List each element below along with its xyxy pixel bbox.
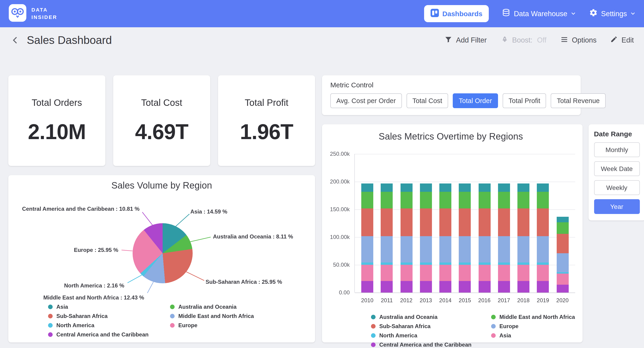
legend-dot [170, 304, 175, 309]
legend-item[interactable]: Middle East and North Africa [491, 314, 575, 320]
bar-segment [556, 216, 568, 222]
bar-segment [381, 281, 393, 292]
pie-label-central-america-and-the-caribbean: Central America and the Caribbean : 10.8… [22, 206, 140, 212]
bar-2015[interactable]: 2015 [459, 183, 471, 292]
bar-segment [556, 253, 568, 272]
legend-item[interactable]: Europe [491, 323, 575, 329]
bar-segment [381, 208, 393, 236]
bar-segment [537, 265, 549, 281]
legend-item[interactable]: North America [48, 322, 170, 328]
options-button[interactable]: Options [560, 35, 597, 45]
legend-item[interactable]: Asia [491, 332, 575, 339]
page-header: Sales Dashboard Add Filter Boost: Off [0, 27, 644, 53]
metric-button-total-profit[interactable]: Total Profit [503, 93, 546, 108]
bar-segment [361, 192, 373, 208]
gridline [355, 292, 575, 293]
kpi-value: 4.69T [135, 119, 188, 144]
date-range-monthly-button[interactable]: Monthly [594, 142, 640, 157]
legend-label: Central America and the Caribbean [56, 331, 148, 338]
legend-label: Middle East and North Africa [500, 314, 575, 320]
legend-label: Sub-Saharan Africa [56, 313, 108, 319]
y-tick-label: 50.00k [333, 262, 350, 268]
legend-dot [48, 323, 53, 328]
bar-segment [478, 183, 490, 192]
legend-item[interactable]: Australia and Oceania [371, 314, 491, 320]
bar-legend-col1: Australia and Oceania Sub-Saharan Africa… [371, 314, 491, 348]
bar-segment [361, 208, 373, 236]
legend-item[interactable]: Sub-Saharan Africa [371, 323, 491, 329]
legend-dot [371, 315, 376, 319]
legend-item[interactable]: North America [371, 332, 491, 339]
bar-2019[interactable]: 2019 [537, 183, 549, 292]
nav-settings[interactable]: Settings [589, 8, 636, 19]
legend-dot [170, 323, 175, 328]
bar-segment [556, 222, 568, 234]
legend-label: Middle East and North Africa [178, 313, 254, 319]
bar-2020[interactable]: 2020 [556, 216, 568, 292]
bar-2017[interactable]: 2017 [498, 183, 510, 292]
nav-dashboards-label: Dashboards [442, 10, 482, 18]
bar-segment [420, 265, 432, 281]
kpi-total-orders: Total Orders 2.10M [8, 75, 105, 166]
gear-icon [589, 8, 598, 19]
plot-area: 2010201120122013201420152016201720182019… [354, 154, 575, 292]
bar-segment [439, 192, 451, 208]
back-button[interactable] [10, 35, 20, 45]
bar-segment [478, 265, 490, 281]
bar-segment [439, 262, 451, 265]
bar-segment [439, 183, 451, 192]
x-axis-label: 2014 [439, 297, 451, 304]
metric-button-total-revenue[interactable]: Total Revenue [551, 93, 606, 108]
bar-2013[interactable]: 2013 [420, 183, 432, 292]
bar-2016[interactable]: 2016 [478, 183, 490, 292]
x-axis-label: 2019 [537, 297, 549, 304]
metric-button-total-cost[interactable]: Total Cost [406, 93, 448, 108]
bar-2010[interactable]: 2010 [361, 183, 373, 292]
pie-label-australia-and-oceania: Australia and Oceania : 8.11 % [213, 233, 293, 240]
boost-state: Off [537, 36, 546, 44]
metric-button-avg-cost-per-order[interactable]: Avg. Cost per Order [330, 93, 402, 108]
y-tick-label: 0.00 [339, 289, 350, 296]
legend-item[interactable]: Europe [170, 322, 254, 328]
kpi-label: Total Cost [141, 97, 182, 108]
bar-segment [439, 236, 451, 262]
bar-segment [361, 265, 373, 281]
legend-item[interactable]: Central America and the Caribbean [48, 331, 170, 338]
date-range-weekly-button[interactable]: Weekly [594, 180, 640, 195]
bar-segment [518, 208, 530, 236]
bar-2011[interactable]: 2011 [381, 183, 393, 292]
bar-segment [361, 183, 373, 192]
nav-dashboards-button[interactable]: Dashboards [424, 5, 489, 22]
database-icon [502, 8, 510, 19]
bar-segment [478, 236, 490, 262]
pie-label-asia: Asia : 14.59 % [190, 208, 227, 215]
bar-2018[interactable]: 2018 [518, 183, 530, 292]
bar-segment [459, 236, 471, 262]
bar-legend-col2: Middle East and North Africa Europe Asia [491, 314, 575, 348]
bar-chart-card: Sales Metrics Overtime by Regions 250.00… [322, 124, 582, 342]
legend-item[interactable]: Sub-Saharan Africa [48, 313, 170, 319]
bar-segment [381, 265, 393, 281]
legend-dot [371, 333, 376, 338]
bar-segment [420, 208, 432, 236]
boost-toggle[interactable]: Boost: Off [500, 35, 546, 45]
edit-button[interactable]: Edit [610, 36, 634, 45]
top-navbar: DATA INSIDER Dashboards [0, 0, 644, 27]
nav-data-warehouse[interactable]: Data Warehouse [502, 8, 576, 19]
metric-button-total-order[interactable]: Total Order [453, 93, 498, 108]
bar-2014[interactable]: 2014 [439, 183, 451, 292]
legend-item[interactable]: Asia [48, 304, 170, 310]
bar-segment [420, 183, 432, 192]
bar-segment [498, 236, 510, 262]
legend-item[interactable]: Middle East and North Africa [170, 313, 254, 319]
bar-2012[interactable]: 2012 [400, 183, 412, 292]
date-range-week-date-button[interactable]: Week Date [594, 161, 640, 176]
bar-segment [361, 281, 373, 292]
legend-item[interactable]: Australia and Oceania [170, 304, 254, 310]
date-range-year-button[interactable]: Year [594, 199, 640, 214]
add-filter-button[interactable]: Add Filter [444, 35, 487, 45]
legend-dot [48, 304, 53, 309]
legend-item[interactable]: Central America and the Caribbean [371, 341, 491, 348]
brand[interactable]: DATA INSIDER [8, 4, 57, 24]
bar-segment [518, 262, 530, 265]
